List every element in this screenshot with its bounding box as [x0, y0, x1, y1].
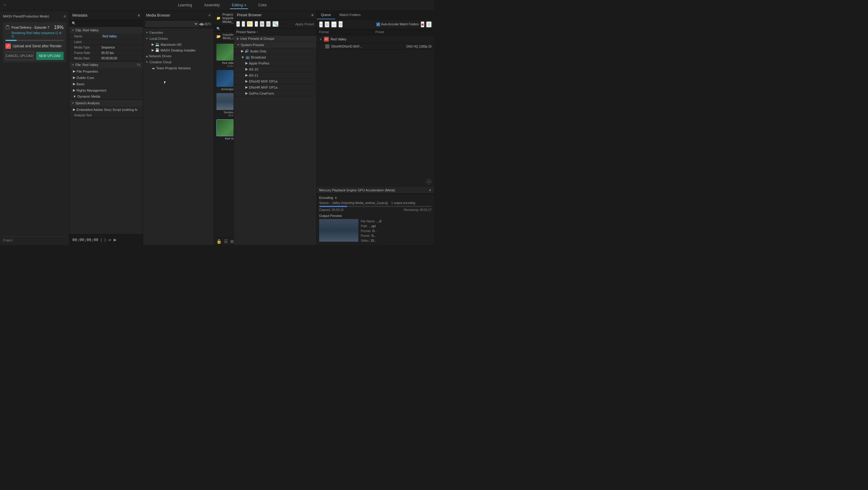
bin-grid-btn[interactable]: ⊞: [230, 239, 234, 244]
macintosh-hd-disk-icon: 💻: [155, 42, 159, 47]
bin-item-torridon[interactable]: ▶▶ Torridon.mp4 36;03: [216, 93, 234, 117]
upload-after-render-checkbox[interactable]: ✓: [5, 43, 11, 49]
media-path-dropdown[interactable]: [146, 21, 198, 27]
queue-layout-btn[interactable]: ⊞: [324, 21, 330, 27]
media-browser-title: Media Browser: [146, 13, 170, 18]
timeline-out-btn[interactable]: }: [104, 238, 105, 242]
new-upload-button[interactable]: NEW UPLOAD: [36, 52, 64, 60]
gopro-cineform-item[interactable]: ▶ GoPro CineForm: [234, 90, 316, 96]
gpu-dropdown[interactable]: Mercury Playback Engine GPU Acceleration…: [317, 187, 434, 194]
queue-add-circle-btn[interactable]: +: [426, 179, 432, 184]
apple-prores-item[interactable]: ▶ Apple ProRes: [234, 60, 316, 66]
metadata-menu-icon[interactable]: ≡: [138, 13, 140, 18]
dublin-core-header[interactable]: ▶ Dublin Core: [69, 74, 143, 81]
media-browser-panel: Media Browser ≡ ◀ ▶ ⊞ ↻ ▼ Favorites ▼ Lo…: [143, 11, 214, 245]
preset-name-sort[interactable]: Preset Name ↑: [236, 30, 258, 34]
file-properties-header[interactable]: ▶ File Properties: [69, 68, 143, 74]
mb-macintosh-hd[interactable]: ▶ 💻 Macintosh HD: [143, 41, 214, 47]
masv-installer-disk-icon: 💾: [155, 48, 159, 52]
preset-import-btn[interactable]: ⊞: [260, 21, 264, 27]
queue-sub-item-dnx[interactable]: DNxHR/DNxHD MXF... DNX HQ 1080p 25: [317, 43, 434, 50]
queue-panel: Queue Watch Folders + ⊞ — ⧉ ✓ Auto-Encod…: [316, 11, 434, 245]
queue-stop-btn[interactable]: ■: [421, 21, 424, 27]
timeline-play-btn[interactable]: ▶: [114, 238, 117, 242]
mb-local-drives-header[interactable]: ▼ Local Drives: [143, 36, 214, 41]
metadata-file-header[interactable]: ▼ File: Red Valley Fc: [69, 61, 143, 68]
watch-folders-tab[interactable]: Watch Folders: [335, 11, 365, 19]
mb-masv-installer[interactable]: ▶ 💾 MASV Desktop Installer: [143, 47, 214, 53]
bin-item-red-valley-seq[interactable]: Red Valley: [216, 119, 234, 140]
mb-filter-btn[interactable]: ⊞: [205, 22, 208, 26]
rights-management-header[interactable]: ▶ Rights Management: [69, 87, 143, 93]
mb-refresh-btn[interactable]: ↻: [208, 22, 211, 26]
format-val: D...: [372, 229, 377, 234]
queue-item-red-valley[interactable]: ▼ Pr Red Valley: [317, 35, 434, 43]
masv-menu-icon[interactable]: ≡: [64, 14, 66, 19]
queue-pause-btn[interactable]: ⏸: [426, 21, 432, 27]
mb-favorites-header[interactable]: ▼ Favorites: [143, 30, 214, 36]
project-search-input[interactable]: [222, 27, 234, 30]
encoding-title: Encoding: [319, 196, 333, 200]
broadcast-label: Broadcast: [251, 56, 266, 59]
mb-network-drives-header[interactable]: ▶ Network Drives: [143, 53, 214, 59]
bin-lock-btn[interactable]: 🔒: [216, 239, 221, 244]
apply-preset-button[interactable]: Apply Preset: [296, 22, 314, 26]
nav-color[interactable]: Color: [256, 2, 269, 9]
timeline-in-btn[interactable]: {: [101, 238, 102, 242]
mb-forward-btn[interactable]: ▶: [202, 22, 205, 26]
preset-folder-btn[interactable]: 📁: [247, 21, 253, 27]
metadata-search-bar: 🔍: [69, 20, 143, 27]
mb-back-btn[interactable]: ◀: [198, 22, 202, 26]
network-drives-chevron: ▶: [145, 55, 148, 57]
encoding-menu-icon[interactable]: ≡: [335, 196, 337, 200]
queue-copy-btn[interactable]: ⧉: [338, 21, 343, 27]
macintosh-hd-icon: ▶: [152, 42, 154, 47]
broadcast-item[interactable]: ▼ 📺 Broadcast: [234, 54, 316, 60]
user-presets-header[interactable]: ▶ User Presets & Groups: [234, 36, 316, 42]
adobe-story-header[interactable]: ▶ Embedded Adobe Story Script (nothing f…: [69, 106, 143, 113]
timeline-controls: 00;00;00;00 { } ⇌ ▶: [69, 234, 143, 245]
dublin-core-label: Dublin Core: [76, 76, 94, 80]
main-layout: MASV Panel(Production Mode) ≡ Final Deli…: [0, 11, 434, 245]
project-bin-label: Project: [3, 239, 12, 242]
mb-team-projects[interactable]: ☁ Team Projects Versions: [143, 65, 214, 71]
project-bin-panel: 📁 Project: Importing Media_andrew ≡ Med …: [214, 11, 234, 245]
timeline-link-btn[interactable]: ⇌: [108, 238, 111, 242]
media-browser-menu-icon[interactable]: ≡: [208, 13, 211, 18]
queue-minus-btn[interactable]: —: [331, 21, 337, 27]
bin-list-btn[interactable]: ☰: [224, 239, 228, 244]
dnxhr-mxf-op1a-item[interactable]: ▶ DNxHR MXF OP1a: [234, 84, 316, 90]
file-section-chevron: ▼: [72, 64, 74, 66]
queue-add-btn[interactable]: +: [319, 21, 323, 27]
preset-browser-menu-icon[interactable]: ≡: [311, 13, 313, 17]
as-11-item[interactable]: ▶ AS-11: [234, 72, 316, 78]
preset-remove-btn[interactable]: −: [242, 21, 245, 27]
preset-up-btn[interactable]: ↑: [255, 21, 258, 27]
home-icon[interactable]: ⌂: [4, 2, 10, 8]
preset-search-btn[interactable]: 🔍: [273, 21, 278, 27]
mb-creative-cloud-header[interactable]: ▼ Creative Cloud: [143, 59, 214, 65]
dnxhd-mxf-op1a-item[interactable]: ▶ DNxHD MXF OP1a: [234, 78, 316, 84]
metadata-clip-header[interactable]: ▼ Clip: Red Valley: [69, 27, 143, 33]
as-10-item[interactable]: ▶ AS-10: [234, 66, 316, 72]
preset-add-btn[interactable]: +: [236, 21, 240, 27]
metadata-key-mediatype: Media Type: [74, 46, 101, 49]
bin-item-red-valley-mp4[interactable]: ▶▶ Red Valley.mp4 2;12;09: [216, 44, 234, 67]
nav-assembly[interactable]: Assembly: [202, 2, 221, 9]
nav-editing[interactable]: Editing ≡: [230, 2, 248, 9]
metadata-header: Metadata ≡: [69, 11, 143, 20]
basic-header[interactable]: ▶ Basic: [69, 81, 143, 87]
system-presets-header[interactable]: ▼ System Presets: [234, 42, 316, 48]
speech-analysis-header[interactable]: ▼ Speech Analysis: [69, 100, 143, 106]
audio-only-item[interactable]: ▶ 🔊 Audio Only: [234, 48, 316, 54]
queue-tab[interactable]: Queue: [317, 11, 335, 19]
auto-encode-checkbox[interactable]: ✓: [376, 23, 380, 26]
editing-menu-icon[interactable]: ≡: [244, 3, 246, 7]
preset-export-btn[interactable]: ⊟: [266, 21, 271, 27]
nav-learning[interactable]: Learning: [176, 2, 194, 9]
metadata-search-input[interactable]: [77, 22, 141, 25]
cancel-upload-button[interactable]: CANCEL UPLOAD: [5, 52, 34, 60]
dynamic-media-header[interactable]: ▼ Dynamic Media: [69, 93, 143, 99]
bin-item-screengrab[interactable]: Screengrab Imag: [216, 70, 234, 91]
queue-item-pr-icon: Pr: [324, 37, 329, 41]
